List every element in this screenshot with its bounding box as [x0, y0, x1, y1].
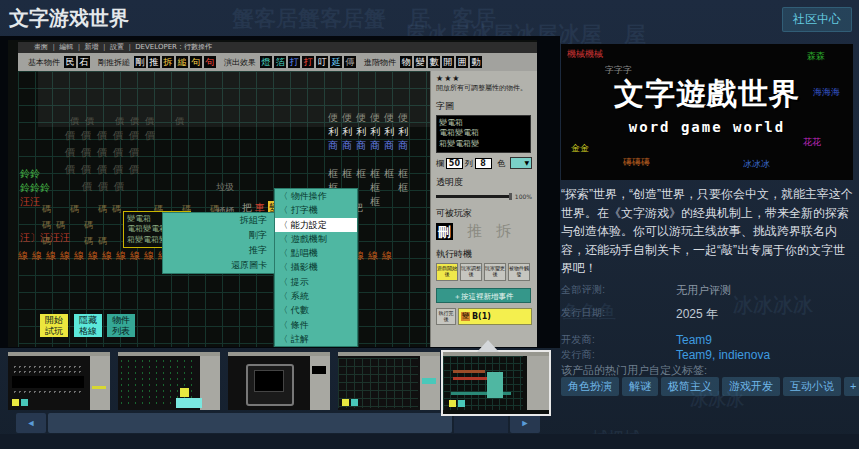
- timing-button[interactable]: 遊戲開始後: [436, 263, 458, 281]
- toolbar-button[interactable]: 打: [288, 56, 300, 68]
- field-line: 電箱變電箱: [439, 128, 528, 138]
- field-line: 箱變電箱變: [439, 139, 528, 149]
- thumbnail-art: [254, 370, 284, 392]
- menu-item[interactable]: 〈 提示: [275, 275, 357, 289]
- toolbar-button[interactable]: 石: [78, 56, 90, 68]
- thumbnail-art: [12, 399, 19, 406]
- toolbar-button[interactable]: 數: [428, 56, 440, 68]
- add-event-button[interactable]: ＋按這裡新增事件: [436, 288, 531, 303]
- submenu-item[interactable]: 推字: [163, 243, 275, 258]
- menu-item[interactable]: 〈 代數: [275, 303, 357, 317]
- screenshot-thumbnail-4[interactable]: [338, 352, 440, 410]
- tag-puzzle[interactable]: 解谜: [622, 377, 658, 396]
- toolbar-button[interactable]: 物: [400, 56, 412, 68]
- submenu-item[interactable]: 剛字: [163, 228, 275, 243]
- toolbar-button[interactable]: 打: [302, 56, 314, 68]
- timing-label: 執行時機: [436, 248, 532, 261]
- main-screenshot[interactable]: 畫面 ｜ 編輯 ｜ 新增 ｜ 設置 ｜ DEVELOPER：行數操作 基本物件 …: [8, 40, 537, 347]
- context-menu: 〈 物件操作 〈 打字機 〈 能力設定 〈 遊戲機制 〈 點唱機 〈 攝影機 〈…: [274, 188, 358, 347]
- action-split-toggle[interactable]: 拆: [496, 222, 511, 241]
- timing-button[interactable]: 玩家調整後: [460, 263, 482, 281]
- object-list-button[interactable]: 物件列表: [107, 314, 135, 337]
- menu-item[interactable]: 〈 條件: [275, 318, 357, 332]
- word-grid-field[interactable]: 變電箱 電箱變電箱 箱變電箱變: [436, 115, 531, 153]
- developer-link[interactable]: Team9: [676, 333, 712, 347]
- action-delete-toggle[interactable]: 刪: [436, 223, 453, 240]
- exec-after-button[interactable]: 執行完後: [436, 308, 456, 325]
- opacity-slider[interactable]: [436, 195, 512, 198]
- capsule-art: 金金: [571, 142, 589, 155]
- menu-item[interactable]: 〈 點唱機: [275, 246, 357, 260]
- menu-item[interactable]: 〈 打字機: [275, 203, 357, 217]
- color-dropdown[interactable]: ▼: [510, 157, 532, 169]
- rows-input[interactable]: 8: [475, 158, 492, 169]
- tag-minimalist[interactable]: 极简主义: [661, 377, 719, 396]
- game-capsule-image: 機械機械 字字字 森森 海海海 金金 磚磚磚 冰冰冰 花花 文字遊戲世界 wor…: [561, 44, 853, 180]
- columns-input[interactable]: 50: [446, 158, 463, 169]
- toolbar-button[interactable]: 箔: [274, 56, 286, 68]
- menu-item[interactable]: 〈 註解: [275, 332, 357, 346]
- menu-item-selected[interactable]: 〈 能力設定: [275, 218, 357, 232]
- release-date-value: 2025 年: [676, 306, 718, 323]
- screenshot-thumbnail-3[interactable]: [228, 352, 330, 410]
- menu-item[interactable]: 〈 攝影機: [275, 260, 357, 274]
- capsule-art: 冰冰冰: [743, 158, 770, 171]
- tag-gamedev[interactable]: 游戏开发: [722, 377, 780, 396]
- toolbar-button[interactable]: 縋: [176, 56, 188, 68]
- community-hub-button[interactable]: 社区中心: [782, 7, 852, 32]
- toolbar-button[interactable]: 傳: [344, 56, 356, 68]
- capsule-art: 機械機械: [567, 48, 603, 61]
- toolbar-button[interactable]: 剛: [134, 56, 146, 68]
- thumbnail-art: [487, 372, 503, 398]
- tag-roleplay[interactable]: 角色扮演: [561, 377, 619, 396]
- menu-item[interactable]: 〈 遊戲機制: [275, 232, 357, 246]
- toolbar-button[interactable]: 開: [442, 56, 454, 68]
- screenshot-thumbnail-2[interactable]: [118, 352, 220, 410]
- carousel-prev-button[interactable]: ◄: [16, 413, 46, 433]
- slider-thumb[interactable]: [509, 193, 512, 200]
- panel-hint-text: 開放所有可調整屬性的物件。: [436, 84, 532, 93]
- tag-add-button[interactable]: +: [844, 377, 859, 396]
- context-submenu: 拆組字 剛字 推字 還原圖卡: [162, 212, 276, 274]
- carousel-scroll-track[interactable]: [454, 413, 508, 433]
- carousel-scroll-thumb[interactable]: [48, 413, 452, 433]
- carousel-next-button[interactable]: ►: [510, 413, 540, 433]
- timing-button[interactable]: 被物件觸發: [508, 263, 530, 281]
- toolbar-button[interactable]: 民: [64, 56, 76, 68]
- toolbar-button[interactable]: 拆: [162, 56, 174, 68]
- submenu-item[interactable]: 拆組字: [163, 213, 275, 228]
- timing-button[interactable]: 玩家變更後: [484, 263, 506, 281]
- toolbar-group-label: 基本物件: [28, 57, 60, 68]
- release-date-label: 发行日期:: [561, 306, 676, 323]
- toolbar-button[interactable]: 變: [414, 56, 426, 68]
- thumbnail-art: [527, 356, 549, 410]
- toolbar-button[interactable]: 推: [148, 56, 160, 68]
- action-push-toggle[interactable]: 推: [467, 222, 482, 241]
- play-test-button[interactable]: 開始試玩: [40, 314, 68, 337]
- toolbar-button[interactable]: 叮: [316, 56, 328, 68]
- menu-item[interactable]: 〈 物件操作: [275, 189, 357, 203]
- tag-interactive-fiction[interactable]: 互动小说: [783, 377, 841, 396]
- selected-thumbnail-caret: [477, 340, 499, 352]
- editor-canvas[interactable]: 價價 價價價 價 價價價價價價 價價價價價 價價價價價 價價價 便便便便便便 利…: [18, 71, 430, 347]
- exec-value-input[interactable]: 變 B(1): [458, 308, 532, 325]
- screenshot-thumbnail-1[interactable]: [8, 352, 110, 410]
- toolbar-button[interactable]: 囲: [456, 56, 468, 68]
- thumbnail-art: [92, 386, 106, 389]
- thumbnail-art: [180, 388, 189, 397]
- toolbar-button[interactable]: 動: [470, 56, 482, 68]
- toolbar-button[interactable]: 句: [204, 56, 216, 68]
- publisher-link[interactable]: Team9, indienova: [676, 348, 770, 362]
- thumbnail-art: [176, 398, 202, 408]
- tile-row: 鈴鈴: [20, 167, 40, 181]
- toolbar-button[interactable]: 延: [330, 56, 342, 68]
- developer-label: 开发商:: [561, 333, 676, 347]
- submenu-item[interactable]: 還原圖卡: [163, 258, 275, 273]
- thumbnail-art: [422, 378, 436, 384]
- screenshot-thumbnail-5-selected[interactable]: [441, 350, 551, 416]
- capsule-title: 文字遊戲世界: [561, 74, 853, 115]
- toolbar-button[interactable]: 燈: [260, 56, 272, 68]
- menu-item[interactable]: 〈 系統: [275, 289, 357, 303]
- toolbar-button[interactable]: 句: [190, 56, 202, 68]
- hide-grid-button[interactable]: 隱藏格線: [74, 314, 102, 337]
